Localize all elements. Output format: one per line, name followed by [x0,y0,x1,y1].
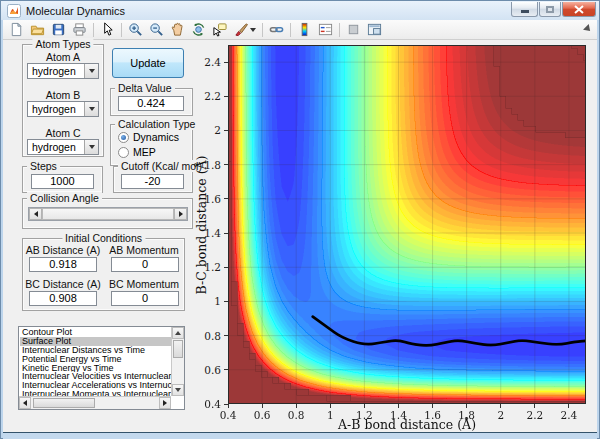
y-tick-label: 0.4 [192,398,221,410]
hand-icon [170,22,185,37]
atom-b-dropdown[interactable]: hydrogen [27,101,99,117]
insert-colorbar-button[interactable] [294,21,315,39]
app-icon [7,4,21,18]
dynamics-radio[interactable]: Dynamics [118,131,179,143]
contour-plot-axes: 0.40.60.811.21.41.61.822.22.40.40.60.811… [228,45,586,404]
vertical-scrollbar[interactable] [171,327,184,396]
close-button[interactable] [562,2,596,17]
save-icon [51,22,66,37]
toolbar-overflow-icon[interactable] [583,24,593,34]
list-item[interactable]: Internuclear Velocities vs Internuclear … [20,372,171,381]
list-item[interactable]: Potential Energy vs Time [20,355,171,364]
x-tick-label: 0.8 [281,409,311,421]
x-tick-label: 0.6 [247,409,277,421]
x-tick-mark [364,404,365,408]
mep-radio[interactable]: MEP [118,146,156,158]
legend-icon [318,22,333,37]
y-tick-label: 2.4 [192,56,221,68]
brush-icon [234,22,249,37]
pan-button[interactable] [167,21,188,39]
scroll-down-button[interactable] [172,384,184,396]
zoom-in-icon [128,22,143,37]
print-figure-button[interactable] [69,21,90,39]
y-tick-label: 2 [192,124,221,136]
titlebar[interactable]: Molecular Dynamics [1,1,599,20]
toolbar-separator [339,23,340,37]
arrow-left-icon [23,400,27,406]
y-tick-mark [224,335,228,336]
scroll-right-button[interactable] [159,397,171,409]
vertical-scroll-thumb[interactable] [173,340,183,358]
arrow-down-icon [175,388,181,392]
zoom-out-icon [149,22,164,37]
colorbar-icon [297,22,312,37]
horizontal-scroll-thumb[interactable] [33,398,95,408]
atom-a-dropdown[interactable]: hydrogen [27,63,99,79]
rotate-3d-button[interactable] [188,21,209,39]
plot-type-listbox[interactable]: Contour PlotSurface PlotInternuclear Dis… [18,326,185,410]
steps-field[interactable]: 1000 [31,174,94,189]
zoom-out-button[interactable] [146,21,167,39]
y-tick-label: 0.6 [192,364,221,376]
data-cursor-button[interactable] [209,21,230,39]
zoom-in-button[interactable] [125,21,146,39]
new-figure-button[interactable] [6,21,27,39]
x-tick-mark [296,404,297,408]
save-figure-button[interactable] [48,21,69,39]
collision-angle-slider[interactable] [28,207,188,221]
slider-right-arrow[interactable] [174,208,187,220]
initial-conditions-title: Initial Conditions [62,232,145,244]
radio-selected-icon [118,132,129,143]
atom-a-label: Atom A [23,51,103,63]
ab-distance-field[interactable]: 0.918 [29,257,97,272]
x-tick-mark [262,404,263,408]
list-item[interactable]: Internuclear Distances vs Time [20,346,171,355]
insert-legend-button[interactable] [315,21,336,39]
link-plot-button[interactable] [266,21,287,39]
arrow-up-icon [175,331,181,335]
list-item[interactable]: Internuclear Accelerations vs Internucle… [20,381,171,390]
new-document-icon [9,22,24,37]
pes-contour-canvas[interactable] [228,45,586,404]
y-tick-mark [224,267,228,268]
horizontal-scrollbar[interactable] [19,396,171,409]
x-tick-mark [432,404,433,408]
cutoff-field[interactable]: -20 [121,174,184,189]
bc-distance-field[interactable]: 0.908 [29,291,97,306]
atom-c-dropdown[interactable]: hydrogen [27,139,99,155]
list-item[interactable]: Surface Plot [20,337,171,346]
collision-angle-title: Collision Angle [27,192,102,204]
scroll-left-button[interactable] [19,397,31,409]
dropdown-button[interactable] [84,64,98,78]
minimize-icon [521,10,529,13]
window-bottom-border [3,432,597,439]
dropdown-button[interactable] [84,140,98,154]
figure-toolbar [3,20,597,40]
open-file-button[interactable] [27,21,48,39]
y-axis-label: B-C bond distance (Å) [194,155,209,294]
edit-plot-button[interactable] [97,21,118,39]
atom-c-value: hydrogen [32,141,76,154]
scroll-up-button[interactable] [172,327,184,339]
x-tick-label: 2.4 [554,409,584,421]
calculation-type-title: Calculation Type [115,118,198,130]
hide-plot-tools-button[interactable] [343,21,364,39]
slider-left-arrow[interactable] [29,208,42,220]
bc-momentum-field[interactable]: 0 [111,291,179,306]
update-button[interactable]: Update [112,48,184,78]
x-tick-mark [568,404,569,408]
slider-thumb[interactable] [42,208,174,220]
x-tick-label: 0.4 [213,409,243,421]
list-item[interactable]: Kinetic Energy vs Time [20,364,171,373]
maximize-button[interactable] [539,2,561,17]
y-tick-label: 2.2 [192,90,221,102]
app-window: Molecular Dynamics [0,0,600,439]
list-item[interactable]: Contour Plot [20,328,171,337]
delta-value-field[interactable]: 0.424 [118,96,184,111]
show-plot-tools-dock-button[interactable] [364,21,385,39]
minimize-button[interactable] [511,2,538,17]
ab-momentum-field[interactable]: 0 [111,257,179,272]
dropdown-button[interactable] [84,102,98,116]
brush-data-button[interactable] [230,21,259,39]
delta-value-title: Delta Value [115,82,175,94]
